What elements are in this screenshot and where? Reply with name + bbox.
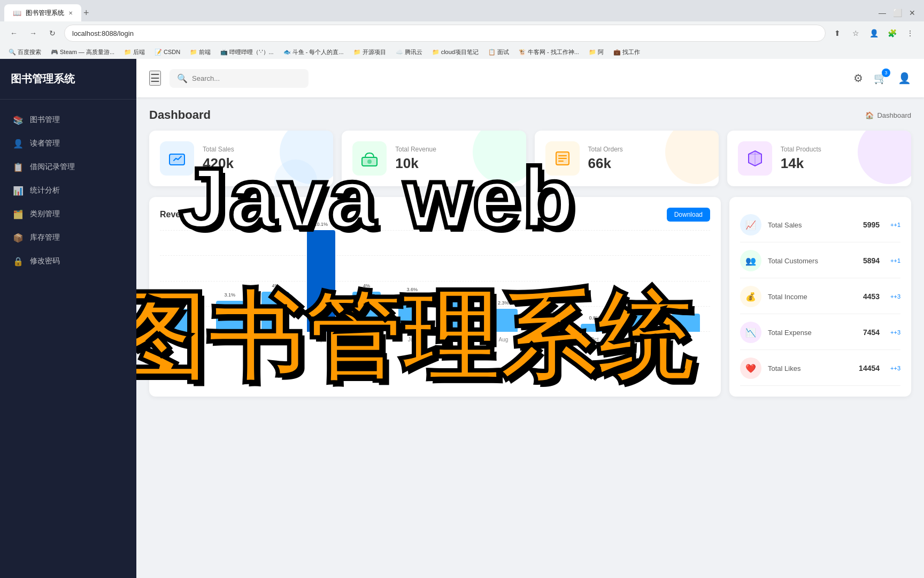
- cart-icon-button[interactable]: 🛒 3: [874, 72, 887, 85]
- sidebar-item-readers[interactable]: 👤 读者管理: [0, 132, 136, 155]
- dashboard-content: Dashboard 🏠 Dashboard Total Sales 420k: [136, 97, 924, 578]
- bookmark-douyu[interactable]: 🐟 斗鱼 - 每个人的直...: [279, 47, 348, 57]
- charts-row: Revenue Download 2.3%Jan3.1%Feb4%Mar10.1: [149, 197, 911, 397]
- bookmark-opensource[interactable]: 📁 开源项目: [349, 47, 390, 57]
- bookmark-steam[interactable]: 🎮 Steam — 高质量游...: [47, 47, 119, 57]
- bookmark-icon: 📁: [353, 49, 361, 56]
- browser-active-tab[interactable]: 📖 图书管理系统 ✕: [4, 4, 81, 21]
- stats-list: 📈 Total Sales 5995 ++1 👥 Total Customers…: [740, 208, 900, 386]
- menu-toggle-button[interactable]: ☰: [149, 71, 161, 86]
- stats-list-card: 📈 Total Sales 5995 ++1 👥 Total Customers…: [729, 197, 911, 397]
- filter-icon-button[interactable]: ⚙: [853, 72, 863, 85]
- tab-close-button[interactable]: ✕: [68, 10, 73, 16]
- bookmark-interview[interactable]: 📋 面试: [484, 47, 513, 57]
- browser-minimize-button[interactable]: —: [875, 5, 890, 20]
- bar-percentage-label: 4%: [363, 283, 370, 288]
- bar-percentage-label: 2.3%: [498, 300, 509, 306]
- stats-list-item: ❤️ Total Likes 14454 ++3: [740, 351, 900, 386]
- bookmark-a[interactable]: 📁 阿: [584, 47, 608, 57]
- books-icon: 📚: [13, 115, 24, 125]
- stats-list-value: 7454: [863, 328, 880, 337]
- stats-list-icon: 📈: [740, 214, 761, 235]
- bar-item: 4%: [261, 292, 290, 332]
- bookmark-cloudnotes[interactable]: 📁 cloud项目笔记: [428, 47, 483, 57]
- bar-group: 2.3%Aug: [483, 230, 523, 332]
- stats-list-name: Total Expense: [768, 329, 857, 337]
- total-revenue-icon: [352, 141, 387, 176]
- browser-restore-button[interactable]: ⬜: [890, 5, 905, 20]
- bar-group: 4%Mar: [256, 230, 296, 332]
- download-button[interactable]: Download: [667, 208, 710, 222]
- home-icon: 🏠: [865, 111, 874, 119]
- bar-month-label: Apr: [317, 337, 326, 343]
- bookmark-niuke[interactable]: 🐮 牛客网 - 找工作神...: [514, 47, 583, 57]
- bar-group: 0.8%Oct: [574, 230, 614, 332]
- browser-close-button[interactable]: ✕: [905, 5, 920, 20]
- search-icon: 🔍: [177, 73, 188, 83]
- bookmark-icon[interactable]: ☆: [848, 26, 863, 41]
- stats-list-item: 📉 Total Expense 7454 ++3: [740, 315, 900, 350]
- bar-item: 10.1%: [307, 230, 335, 332]
- bookmark-backend[interactable]: 📁 后端: [120, 47, 149, 57]
- bar-group: 2.3%Jan: [164, 230, 204, 332]
- sidebar-item-stats[interactable]: 📊 统计分析: [0, 179, 136, 202]
- sidebar-item-label: 类别管理: [30, 209, 60, 219]
- top-bar: ☰ 🔍 ⚙ 🛒 3 👤: [136, 59, 924, 97]
- search-input[interactable]: [192, 74, 299, 82]
- bookmark-bilibili[interactable]: 📺 哔哩哔哩（'·'）...: [216, 47, 278, 57]
- url-text: localhost:8088/login: [72, 29, 134, 37]
- sidebar-item-label: 读者管理: [30, 139, 60, 148]
- chart-title: Revenue: [160, 210, 196, 219]
- stats-list-value: 14454: [859, 364, 880, 372]
- back-button[interactable]: ←: [6, 26, 21, 41]
- browser-nav-bar: ← → ↻ localhost:8088/login ⬆ ☆ 👤 🧩 ⋮: [0, 21, 924, 45]
- sidebar-item-change-password[interactable]: 🔒 修改密码: [0, 249, 136, 273]
- bar-month-label: Jul: [455, 337, 461, 343]
- browser-tab-bar: 📖 图书管理系统 ✕ + — ⬜ ✕: [0, 0, 924, 21]
- bookmark-csdn[interactable]: 📝 CSDN: [150, 48, 184, 57]
- stats-list-value: 5995: [863, 220, 880, 229]
- sidebar-item-borrow-records[interactable]: 📋 借阅记录管理: [0, 155, 136, 179]
- bookmark-tencent[interactable]: ☁️ 腾讯云: [391, 47, 427, 57]
- cart-badge: 3: [882, 69, 890, 77]
- bookmark-baidusearch[interactable]: 🔍 百度搜索: [4, 47, 45, 57]
- stats-list-change: ++3: [890, 293, 900, 300]
- new-tab-button[interactable]: +: [83, 7, 89, 19]
- tab-title: 图书管理系统: [26, 9, 64, 18]
- revenue-chart-card: Revenue Download 2.3%Jan3.1%Feb4%Mar10.1: [149, 197, 721, 397]
- sidebar-nav: 📚 图书管理 👤 读者管理 📋 借阅记录管理 📊 统计分析 🗂️ 类别管理 📦: [0, 100, 136, 578]
- category-icon: 🗂️: [13, 209, 24, 219]
- bar-percentage-label: 3.6%: [407, 287, 418, 292]
- breadcrumb-home: Dashboard: [877, 111, 911, 119]
- bar-percentage-label: 0.8%: [589, 315, 600, 321]
- stats-list-name: Total Sales: [768, 221, 857, 229]
- forward-button[interactable]: →: [26, 26, 41, 41]
- reload-button[interactable]: ↻: [45, 26, 60, 41]
- extensions-icon[interactable]: 🧩: [884, 26, 899, 41]
- svg-rect-9: [558, 161, 564, 162]
- stat-card-total-sales: Total Sales 420k: [149, 131, 333, 186]
- inventory-icon: 📦: [13, 232, 24, 243]
- bar-item: 3.6%: [398, 295, 427, 332]
- bookmark-icon: 📋: [488, 49, 496, 56]
- share-icon[interactable]: ⬆: [830, 26, 845, 41]
- stat-card-total-orders: Total Orders 66k: [535, 131, 719, 186]
- bar-item: [672, 314, 700, 332]
- bar-group: 10.1%Apr: [301, 230, 341, 332]
- profile-icon[interactable]: 👤: [866, 26, 881, 41]
- sidebar-item-category[interactable]: 🗂️ 类别管理: [0, 202, 136, 226]
- bar-percentage-label: 10.1%: [314, 222, 328, 227]
- stats-list-name: Total Income: [768, 293, 857, 301]
- sidebar-item-inventory[interactable]: 📦 库存管理: [0, 226, 136, 249]
- bookmark-frontend[interactable]: 📁 前端: [186, 47, 215, 57]
- app-container: 图书管理系统 📚 图书管理 👤 读者管理 📋 借阅记录管理 📊 统计分析 🗂️ …: [0, 59, 924, 578]
- bookmark-job[interactable]: 💼 找工作: [609, 47, 644, 57]
- bookmark-icon: 📝: [155, 49, 162, 56]
- address-bar[interactable]: localhost:8088/login: [64, 25, 826, 42]
- bar-month-label: Nov: [635, 337, 645, 343]
- settings-icon[interactable]: ⋮: [903, 26, 918, 41]
- user-icon-button[interactable]: 👤: [898, 72, 911, 85]
- bookmark-icon: 📁: [190, 49, 197, 56]
- sidebar-item-books[interactable]: 📚 图书管理: [0, 108, 136, 132]
- stats-list-icon: ❤️: [740, 358, 761, 379]
